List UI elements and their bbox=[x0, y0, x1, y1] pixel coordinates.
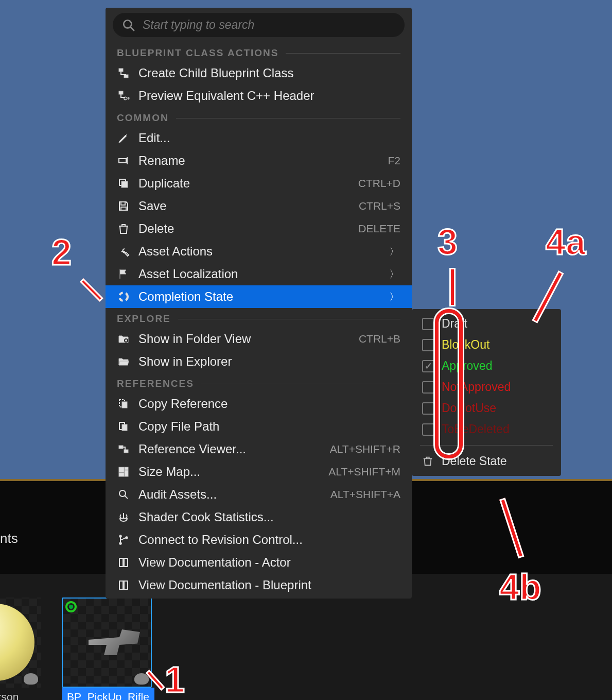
menu-section-header: REFERENCES bbox=[106, 373, 412, 392]
section-divider bbox=[176, 118, 400, 118]
copy-path-icon bbox=[117, 420, 130, 433]
menu-item-copy-reference[interactable]: Copy Reference bbox=[106, 392, 412, 415]
menu-search-input[interactable] bbox=[143, 18, 395, 32]
section-title: BLUEPRINT CLASS ACTIONS bbox=[117, 47, 278, 59]
completion-state-submenu: DraftBlockOutApprovedNotApprovedDoNotUse… bbox=[412, 309, 561, 476]
checkbox-icon bbox=[422, 339, 434, 351]
menu-item-label: Asset Localization bbox=[138, 267, 381, 281]
menu-item-copy-file-path[interactable]: Copy File Path bbox=[106, 415, 412, 438]
blueprint-type-icon bbox=[65, 601, 77, 613]
completion-state-donotuse[interactable]: DoNotUse bbox=[412, 398, 561, 419]
chevron-right-icon: 〉 bbox=[389, 267, 400, 281]
menu-item-show-in-explorer[interactable]: Show in Explorer bbox=[106, 350, 412, 373]
menu-item-view-documentation-blueprint[interactable]: View Documentation - Blueprint bbox=[106, 574, 412, 596]
completion-state-blockout[interactable]: BlockOut bbox=[412, 334, 561, 355]
menu-section-header: BLUEPRINT CLASS ACTIONS bbox=[106, 42, 412, 62]
chevron-right-icon: 〉 bbox=[389, 245, 400, 259]
menu-item-label: Shader Cook Statistics... bbox=[138, 510, 400, 524]
flag-icon bbox=[117, 267, 130, 281]
checkbox-icon bbox=[422, 402, 434, 415]
menu-item-view-documentation-actor[interactable]: View Documentation - Actor bbox=[106, 551, 412, 574]
wrench-icon bbox=[117, 245, 130, 258]
asset-thumbnail-selected[interactable]: BP_PickUp_Rifle bbox=[62, 597, 154, 700]
menu-item-connect-to-revision-control[interactable]: Connect to Revision Control... bbox=[106, 528, 412, 551]
menu-item-delete[interactable]: DeleteDELETE bbox=[106, 217, 412, 240]
book-icon bbox=[117, 556, 130, 569]
checkbox-icon bbox=[422, 381, 434, 394]
menu-item-label: Copy Reference bbox=[138, 397, 400, 411]
search-icon bbox=[122, 19, 135, 32]
svg-line-3 bbox=[130, 27, 134, 31]
menu-item-edit[interactable]: Edit... bbox=[106, 127, 412, 149]
chevron-right-icon: 〉 bbox=[389, 290, 400, 304]
completion-state-tobedeleted[interactable]: ToBeDeleted bbox=[412, 419, 561, 440]
annotation-2: 2 bbox=[51, 232, 72, 273]
menu-item-shortcut: ALT+SHIFT+M bbox=[328, 466, 400, 478]
panel-label-fragment: nts bbox=[0, 531, 18, 547]
menu-item-shortcut: DELETE bbox=[358, 223, 400, 235]
delete-state-item[interactable]: Delete State bbox=[412, 451, 561, 472]
menu-item-label: Duplicate bbox=[138, 176, 350, 191]
branch-icon bbox=[117, 533, 130, 547]
menu-item-create-child-blueprint-class[interactable]: Create Child Blueprint Class bbox=[106, 62, 412, 84]
menu-item-save[interactable]: SaveCTRL+S bbox=[106, 195, 412, 217]
menu-item-shader-cook-statistics[interactable]: Shader Cook Statistics... bbox=[106, 506, 412, 528]
menu-item-label: View Documentation - Blueprint bbox=[138, 578, 400, 592]
menu-item-label: Edit... bbox=[138, 131, 400, 145]
menu-item-shortcut: ALT+SHIFT+R bbox=[330, 443, 400, 455]
bp-child-icon bbox=[117, 66, 130, 80]
menu-item-label: Save bbox=[138, 199, 351, 213]
menu-section-header: COMMON bbox=[106, 107, 412, 127]
menu-item-label: Completion State bbox=[138, 289, 381, 304]
section-divider bbox=[286, 53, 400, 54]
menu-item-duplicate[interactable]: DuplicateCTRL+D bbox=[106, 172, 412, 195]
size-map-icon bbox=[117, 465, 130, 479]
annotation-2-line bbox=[80, 278, 103, 302]
trash-icon bbox=[422, 455, 434, 468]
ref-viewer-icon bbox=[117, 442, 130, 456]
asset-thumbnail[interactable]: stPerson bbox=[0, 597, 44, 700]
annotation-3-ring bbox=[435, 309, 463, 458]
pencil-icon bbox=[117, 131, 130, 145]
menu-item-label: View Documentation - Actor bbox=[138, 555, 400, 570]
folder-view-icon bbox=[117, 332, 130, 346]
menu-item-label: Show in Explorer bbox=[138, 354, 400, 369]
trash-icon bbox=[117, 222, 130, 235]
menu-search-row[interactable] bbox=[113, 13, 405, 37]
menu-item-asset-actions[interactable]: Asset Actions〉 bbox=[106, 240, 412, 263]
menu-item-label: Asset Actions bbox=[138, 244, 381, 259]
save-icon bbox=[117, 199, 130, 213]
shader-icon bbox=[117, 510, 130, 524]
menu-item-shortcut: ALT+SHIFT+A bbox=[330, 488, 400, 501]
checkbox-icon bbox=[422, 318, 434, 330]
menu-section-header: EXPLORE bbox=[106, 308, 412, 328]
duplicate-icon bbox=[117, 177, 130, 190]
menu-item-show-in-folder-view[interactable]: Show in Folder ViewCTRL+B bbox=[106, 328, 412, 350]
rename-icon bbox=[117, 154, 130, 167]
cpp-header-icon bbox=[117, 89, 130, 103]
menu-item-shortcut: CTRL+B bbox=[359, 333, 400, 345]
menu-item-shortcut: CTRL+S bbox=[359, 200, 400, 212]
menu-item-preview-equivalent-c-header[interactable]: Preview Equivalent C++ Header bbox=[106, 84, 412, 107]
menu-item-rename[interactable]: RenameF2 bbox=[106, 149, 412, 172]
menu-item-reference-viewer[interactable]: Reference Viewer...ALT+SHIFT+R bbox=[106, 438, 412, 460]
menu-item-audit-assets[interactable]: Audit Assets...ALT+SHIFT+A bbox=[106, 483, 412, 506]
menu-item-label: Reference Viewer... bbox=[138, 442, 322, 456]
asset-context-menu: BLUEPRINT CLASS ACTIONSCreate Child Blue… bbox=[106, 8, 412, 599]
menu-item-label: Show in Folder View bbox=[138, 332, 351, 346]
menu-item-label: Size Map... bbox=[138, 465, 320, 479]
menu-item-shortcut: CTRL+D bbox=[358, 177, 400, 190]
checkbox-icon bbox=[422, 360, 434, 372]
menu-item-completion-state[interactable]: Completion State〉 bbox=[106, 285, 412, 308]
svg-point-1 bbox=[69, 605, 73, 609]
menu-item-size-map[interactable]: Size Map...ALT+SHIFT+M bbox=[106, 460, 412, 483]
completion-state-notapproved[interactable]: NotApproved bbox=[412, 377, 561, 398]
section-title: COMMON bbox=[117, 112, 169, 124]
checkbox-icon bbox=[422, 423, 434, 436]
menu-item-asset-localization[interactable]: Asset Localization〉 bbox=[106, 263, 412, 285]
completion-state-approved[interactable]: Approved bbox=[412, 355, 561, 377]
annotation-3-line bbox=[449, 268, 456, 306]
book-icon bbox=[117, 578, 130, 592]
camera-icon bbox=[134, 673, 149, 685]
audit-icon bbox=[117, 488, 130, 501]
